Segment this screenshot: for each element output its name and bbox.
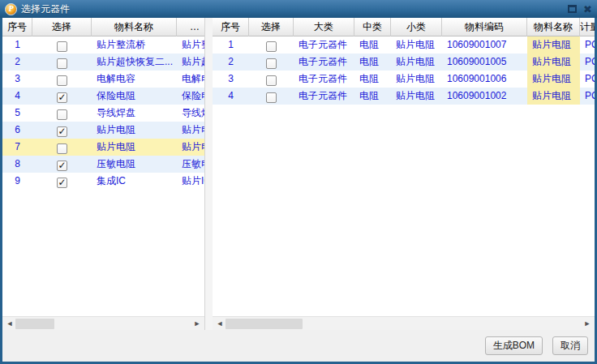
table-body: 1贴片整流桥贴片整流桥2贴片超快恢复二...贴片超快恢复二...3电解电容电解电… <box>2 36 204 190</box>
column-header-no[interactable]: 序号 <box>2 18 32 36</box>
column-header-sub[interactable]: 小类 <box>391 18 442 36</box>
maximize-button[interactable] <box>568 5 577 13</box>
row-checkbox[interactable] <box>57 109 67 120</box>
cell-alias: 保险电阻 <box>177 88 205 105</box>
cell-no: 9 <box>2 173 32 190</box>
cell-check: ✓ <box>32 156 92 173</box>
cell-cat: 电子元器件 <box>294 71 354 88</box>
cell-no: 1 <box>213 36 249 54</box>
table-header-row: 序号选择物料名称… <box>2 18 204 36</box>
cell-no: 2 <box>213 54 249 71</box>
cell-cat: 电子元器件 <box>294 88 354 105</box>
table-row[interactable]: 4✓保险电阻保险电阻 <box>2 88 204 105</box>
row-checkbox[interactable] <box>57 41 67 52</box>
window-title: 选择元器件 <box>21 2 70 16</box>
row-checkbox[interactable]: ✓ <box>57 178 67 188</box>
column-header-no[interactable]: 序号 <box>213 18 249 36</box>
component-list-panel: 序号选择大类中类小类物料编码物料名称计量单位1电子元器件电阻贴片电阻106090… <box>213 18 595 330</box>
cell-name: 贴片整流桥 <box>92 36 177 54</box>
cell-alias: 贴片整流桥 <box>177 36 205 54</box>
cell-sub: 贴片电阻 <box>391 54 442 71</box>
cell-mid: 电阻 <box>354 36 391 54</box>
close-button[interactable]: ✖ <box>583 4 592 15</box>
column-header-check[interactable]: 选择 <box>249 18 294 36</box>
row-checkbox[interactable] <box>266 92 277 103</box>
cell-check <box>32 36 92 54</box>
cell-no: 4 <box>2 88 32 105</box>
scroll-right-icon[interactable]: ► <box>191 317 203 330</box>
row-checkbox[interactable] <box>266 58 277 69</box>
material-list-panel: 序号选择物料名称…1贴片整流桥贴片整流桥2贴片超快恢复二...贴片超快恢复二..… <box>2 18 205 330</box>
table-row[interactable]: 4电子元器件电阻贴片电阻10609001002贴片电阻PCS <box>213 88 595 105</box>
cell-no: 7 <box>2 139 32 156</box>
cell-no: 6 <box>2 122 32 139</box>
table-row[interactable]: 1贴片整流桥贴片整流桥 <box>2 36 204 54</box>
cell-unit: PCS <box>580 36 595 54</box>
cell-code: 10609001007 <box>442 36 527 54</box>
cell-check <box>32 54 92 71</box>
row-checkbox[interactable]: ✓ <box>57 126 67 137</box>
generate-bom-button[interactable]: 生成BOM <box>485 336 543 355</box>
row-checkbox[interactable] <box>266 75 277 86</box>
table-row[interactable]: 2贴片超快恢复二...贴片超快恢复二... <box>2 54 204 71</box>
cell-name: 贴片电阻 <box>92 122 177 139</box>
dialog-window: P 选择元器件 ✖ 序号选择物料名称…1贴片整流桥贴片整流桥2贴片超快恢复二..… <box>0 0 597 364</box>
cell-name: 保险电阻 <box>92 88 177 105</box>
scroll-left-icon[interactable]: ◄ <box>214 317 225 330</box>
scrollbar-thumb[interactable] <box>225 319 303 329</box>
table-row[interactable]: 9✓集成IC贴片IC_ <box>2 173 204 190</box>
cell-name: 电解电容 <box>92 71 177 88</box>
cell-no: 5 <box>2 105 32 122</box>
cell-alias: 贴片电阻 <box>177 122 205 139</box>
table-row[interactable]: 8✓压敏电阻压敏电阻 <box>2 156 204 173</box>
right-table-hscrollbar[interactable]: ◄ ► <box>213 316 595 330</box>
cell-no: 1 <box>2 36 32 54</box>
cell-unit: PCS <box>580 88 595 105</box>
cell-no: 4 <box>213 88 249 105</box>
cell-mid: 电阻 <box>354 54 391 71</box>
column-header-alias[interactable]: … <box>177 18 205 36</box>
scroll-left-icon[interactable]: ◄ <box>4 317 15 330</box>
column-header-cat[interactable]: 大类 <box>294 18 354 36</box>
table-row[interactable]: 3电解电容电解电容 <box>2 71 204 88</box>
cell-check <box>249 54 294 71</box>
cell-no: 2 <box>2 54 32 71</box>
cell-name: 贴片电阻 <box>527 88 580 105</box>
cell-name: 导线焊盘 <box>92 105 177 122</box>
left-table-hscrollbar[interactable]: ◄ ► <box>2 316 204 330</box>
cell-no: 3 <box>2 71 32 88</box>
cell-check <box>32 71 92 88</box>
table-row[interactable]: 7贴片电阻贴片电阻 <box>2 139 204 156</box>
cell-check <box>32 139 92 156</box>
table-row[interactable]: 3电子元器件电阻贴片电阻10609001006贴片电阻PCS <box>213 71 595 88</box>
row-checkbox[interactable] <box>57 58 67 69</box>
cell-alias: 电解电容 <box>177 71 205 88</box>
cancel-button[interactable]: 取消 <box>552 336 588 355</box>
table-row[interactable]: 1电子元器件电阻贴片电阻10609001007贴片电阻PCS <box>213 36 595 54</box>
cell-sub: 贴片电阻 <box>391 88 442 105</box>
row-checkbox[interactable] <box>266 41 277 52</box>
cell-name: 贴片电阻 <box>92 139 177 156</box>
cell-unit: PCS <box>580 71 595 88</box>
cell-unit: PCS <box>580 54 595 71</box>
column-header-unit[interactable]: 计量单位 <box>580 18 595 36</box>
cell-name: 贴片电阻 <box>527 71 580 88</box>
scrollbar-thumb[interactable] <box>15 319 54 329</box>
table-header-row: 序号选择大类中类小类物料编码物料名称计量单位 <box>213 18 595 36</box>
table-row[interactable]: 5导线焊盘导线焊盘 <box>2 105 204 122</box>
column-header-code[interactable]: 物料编码 <box>442 18 527 36</box>
row-checkbox[interactable]: ✓ <box>57 92 67 103</box>
cell-cat: 电子元器件 <box>294 36 354 54</box>
app-logo-icon: P <box>5 3 17 15</box>
column-header-name[interactable]: 物料名称 <box>527 18 580 36</box>
column-header-check[interactable]: 选择 <box>32 18 92 36</box>
scroll-right-icon[interactable]: ► <box>582 317 593 330</box>
column-header-mid[interactable]: 中类 <box>354 18 391 36</box>
row-checkbox[interactable] <box>57 143 67 154</box>
table-row[interactable]: 6✓贴片电阻贴片电阻 <box>2 122 204 139</box>
row-checkbox[interactable] <box>57 75 67 86</box>
table-row[interactable]: 2电子元器件电阻贴片电阻10609001005贴片电阻PCS <box>213 54 595 71</box>
row-checkbox[interactable]: ✓ <box>57 161 67 171</box>
cell-mid: 电阻 <box>354 71 391 88</box>
column-header-name[interactable]: 物料名称 <box>92 18 177 36</box>
